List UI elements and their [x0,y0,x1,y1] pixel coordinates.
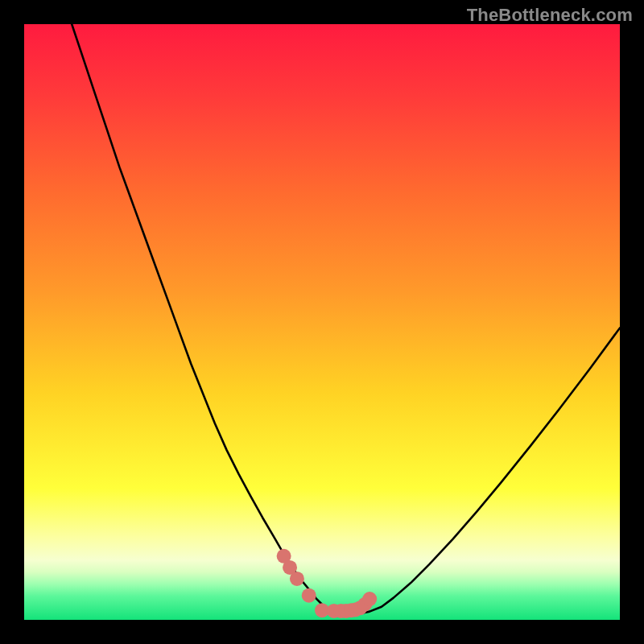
watermark-text: TheBottleneck.com [467,5,633,26]
chart-stage: TheBottleneck.com [0,0,644,644]
gradient-background [24,24,620,620]
highlight-dot [302,588,316,603]
plot-area [24,24,620,620]
highlight-dot [362,592,377,606]
highlight-dot [290,572,304,586]
plot-svg [24,24,620,620]
